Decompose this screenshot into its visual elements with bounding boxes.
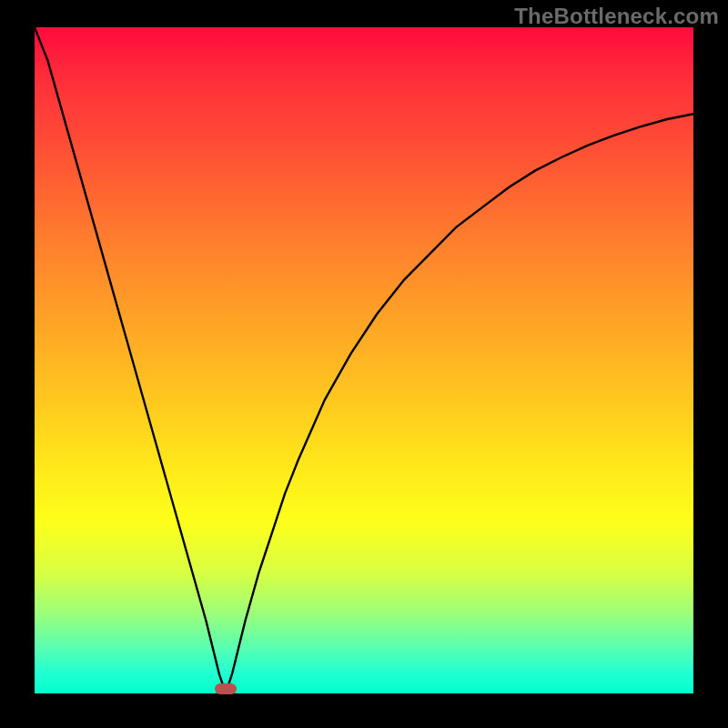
plot-area — [35, 27, 693, 693]
bottleneck-curve — [35, 27, 693, 693]
optimal-point-marker — [215, 683, 237, 694]
watermark-text: TheBottleneck.com — [514, 4, 719, 29]
chart-frame: TheBottleneck.com — [0, 0, 728, 728]
